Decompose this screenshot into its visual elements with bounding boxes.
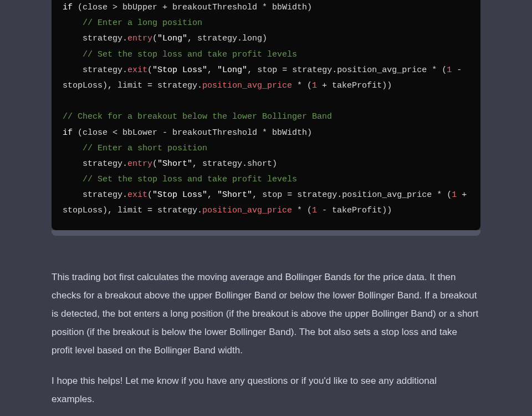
code-token: , stop = strategy.position_avg_price * (	[247, 65, 447, 75]
code-token: ,	[207, 65, 217, 75]
code-token: 1	[452, 190, 457, 200]
code-token: strategy.	[83, 159, 127, 169]
code-token: , strategy.long)	[187, 34, 267, 43]
code-line: // Check for a breakout below the lower …	[63, 112, 332, 121]
code-token: "Stop Loss"	[152, 65, 207, 75]
code-token: "Short"	[217, 190, 252, 200]
code-token: "Long"	[217, 65, 247, 75]
code-token: , strategy.short)	[192, 159, 277, 169]
code-token: strategy.	[83, 65, 127, 75]
code-token: (	[152, 159, 157, 169]
code-line: strategy.exit("Stop Loss", "Long", stop …	[63, 65, 467, 90]
code-token: ,	[207, 190, 217, 200]
code-line: if (close > bbUpper + breakoutThreshold …	[63, 3, 312, 12]
code-line: // Set the stop loss and take profit lev…	[63, 50, 297, 59]
code-token: entry	[127, 34, 152, 43]
code-token: // Enter a short position	[83, 144, 207, 153]
code-token: - takeProfit))	[317, 206, 392, 215]
code-token: // Enter a long position	[83, 18, 202, 28]
code-token: "Short"	[157, 159, 192, 169]
code-token: * (	[292, 206, 312, 215]
code-token: // Set the stop loss and take profit lev…	[83, 175, 297, 184]
code-line: // Set the stop loss and take profit lev…	[63, 175, 297, 184]
code-token: if	[63, 128, 73, 138]
code-token: * (	[292, 81, 312, 90]
code-token: strategy.	[83, 190, 127, 200]
code-token: (	[147, 190, 152, 200]
code-token: , stop = strategy.position_avg_price * (	[252, 190, 452, 200]
code-token: (	[147, 65, 152, 75]
code-line: strategy.entry("Long", strategy.long)	[63, 34, 267, 43]
code-line: if (close < bbLower - breakoutThreshold …	[63, 128, 312, 138]
code-block[interactable]: if (close > bbUpper + breakoutThreshold …	[52, 0, 480, 230]
code-token: position_avg_price	[202, 206, 292, 215]
paragraph-2: I hope this helps! Let me know if you ha…	[52, 372, 480, 408]
code-line: // Enter a short position	[63, 144, 207, 153]
code-token: if	[63, 3, 73, 12]
code-token: (close < bbLower - breakoutThreshold * b…	[73, 128, 312, 138]
explanation-text: This trading bot first calculates the mo…	[52, 268, 480, 409]
code-token: + takeProfit))	[317, 81, 392, 90]
code-scrollbar[interactable]	[52, 230, 480, 236]
code-token: exit	[127, 65, 147, 75]
code-token: // Set the stop loss and take profit lev…	[83, 50, 297, 59]
code-line: strategy.entry("Short", strategy.short)	[63, 159, 277, 169]
code-token: // Check for a breakout below the lower …	[63, 112, 332, 121]
code-token: strategy.	[83, 34, 127, 43]
code-token: "Stop Loss"	[152, 190, 207, 200]
code-line: // Enter a long position	[63, 18, 202, 28]
code-token: exit	[127, 190, 147, 200]
code-token: 1	[312, 206, 317, 215]
code-token: position_avg_price	[202, 81, 292, 90]
code-token: entry	[127, 159, 152, 169]
paragraph-1: This trading bot first calculates the mo…	[52, 268, 480, 360]
code-token: 1	[312, 81, 317, 90]
chat-message: if (close > bbUpper + breakoutThreshold …	[0, 0, 532, 409]
code-token: 1	[447, 65, 452, 75]
code-line: strategy.exit("Stop Loss", "Short", stop…	[63, 190, 472, 215]
code-token: (	[152, 34, 157, 43]
code-token: (close > bbUpper + breakoutThreshold * b…	[73, 3, 312, 12]
code-token: "Long"	[157, 34, 187, 43]
